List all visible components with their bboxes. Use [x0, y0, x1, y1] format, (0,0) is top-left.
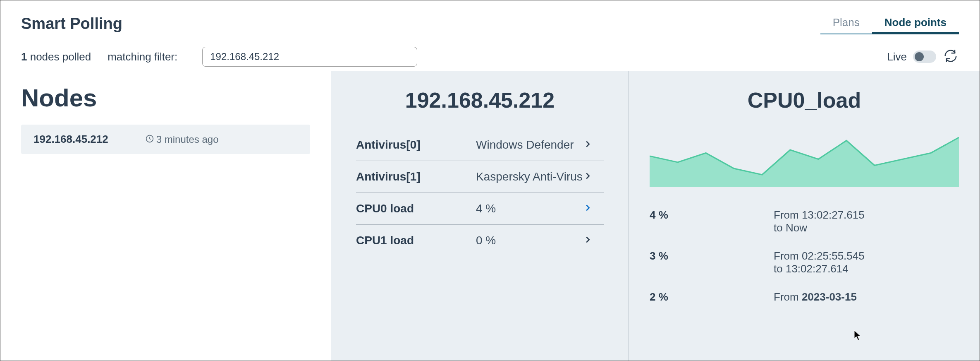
node-item[interactable]: 192.168.45.212 3 minutes ago — [21, 125, 310, 154]
history-time: From 02:25:55.545 to 13:02:27.614 — [774, 250, 959, 275]
toggle-knob — [915, 52, 924, 61]
history-row: 4 % From 13:02:27.615 to Now — [650, 201, 959, 242]
chevron-right-icon — [583, 171, 604, 182]
history-value: 3 % — [650, 250, 774, 275]
metric-label: CPU1 load — [356, 234, 476, 247]
chevron-right-icon — [583, 235, 604, 246]
metric-row-cpu0[interactable]: CPU0 load 4 % — [356, 193, 604, 225]
metric-row-antivirus0[interactable]: Antivirus[0] Windows Defender — [356, 129, 604, 161]
live-label: Live — [887, 51, 907, 63]
tab-node-points[interactable]: Node points — [872, 13, 959, 34]
metric-label: Antivirus[1] — [356, 170, 476, 183]
clock-icon — [146, 134, 154, 145]
tab-plans[interactable]: Plans — [820, 13, 872, 34]
metric-value: Kaspersky Anti-Virus — [476, 170, 583, 183]
filter-input[interactable] — [202, 47, 417, 67]
history-value: 2 % — [650, 291, 774, 303]
polled-count: 1 — [21, 51, 27, 63]
node-time: 3 minutes ago — [146, 134, 219, 145]
chevron-right-icon — [583, 203, 604, 214]
chevron-right-icon — [583, 140, 604, 150]
live-toggle[interactable] — [913, 51, 936, 63]
polled-count-text: 1 nodes polled — [21, 51, 91, 63]
matching-filter-label: matching filter: — [108, 51, 177, 63]
detail-title: 192.168.45.212 — [356, 88, 604, 113]
history-row: 2 % From 2023-03-15 — [650, 283, 959, 311]
tabs: Plans Node points — [820, 13, 959, 34]
history-time: From 13:02:27.615 to Now — [774, 209, 959, 234]
metric-value: Windows Defender — [476, 138, 583, 152]
metric-value: 4 % — [476, 202, 583, 215]
metric-label: Antivirus[0] — [356, 138, 476, 152]
metric-row-antivirus1[interactable]: Antivirus[1] Kaspersky Anti-Virus — [356, 161, 604, 193]
refresh-icon[interactable] — [942, 48, 959, 66]
history-panel: CPU0_load 4 % From 13:02:27.615 to Now 3… — [629, 71, 980, 361]
nodes-title: Nodes — [21, 84, 310, 112]
nodes-panel: Nodes 192.168.45.212 3 minutes ago — [0, 71, 331, 361]
history-title: CPU0_load — [650, 88, 959, 113]
node-time-text: 3 minutes ago — [156, 134, 219, 145]
metric-row-cpu1[interactable]: CPU1 load 0 % — [356, 225, 604, 256]
metric-value: 0 % — [476, 234, 583, 247]
node-ip: 192.168.45.212 — [33, 133, 108, 146]
page-title: Smart Polling — [21, 15, 122, 33]
history-value: 4 % — [650, 209, 774, 234]
polled-label: nodes polled — [30, 51, 91, 63]
sparkline-chart — [650, 125, 959, 189]
metric-label: CPU0 load — [356, 202, 476, 215]
history-row: 3 % From 02:25:55.545 to 13:02:27.614 — [650, 242, 959, 283]
history-time: From 2023-03-15 — [774, 291, 959, 303]
detail-panel: 192.168.45.212 Antivirus[0] Windows Defe… — [331, 71, 629, 361]
